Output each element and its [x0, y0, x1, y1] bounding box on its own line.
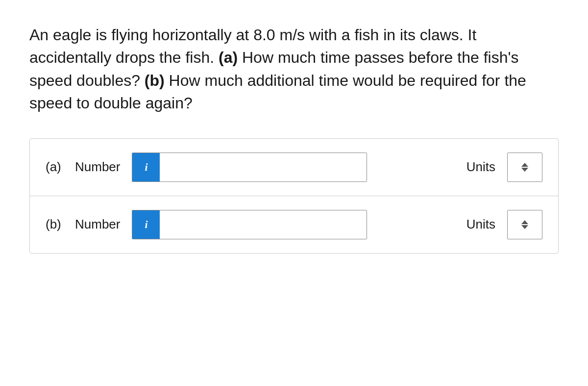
row-label-b: (b) — [46, 217, 75, 232]
info-icon-b: i — [145, 218, 147, 231]
question-text: An eagle is flying horizontally at 8.0 m… — [29, 24, 559, 115]
units-select-wrapper-a[interactable]: -- s m/s m — [507, 153, 542, 182]
units-select-wrapper-b[interactable]: -- s m/s m — [507, 210, 542, 239]
answer-row-a: (a) Number i Units -- s m/s m — [30, 139, 558, 196]
number-input-a[interactable] — [160, 153, 367, 181]
info-button-b[interactable]: i — [132, 210, 160, 239]
answer-row-b: (b) Number i Units -- s m/s m — [30, 196, 558, 253]
input-group-a: i — [132, 153, 367, 182]
row-label-a: (a) — [46, 159, 75, 175]
number-label-b: Number — [75, 217, 120, 232]
info-button-a[interactable]: i — [132, 153, 160, 181]
info-icon-a: i — [145, 161, 147, 174]
number-label-a: Number — [75, 159, 120, 175]
units-label-a: Units — [437, 159, 507, 175]
units-label-b: Units — [437, 217, 507, 232]
input-group-b: i — [132, 210, 367, 239]
page-container: An eagle is flying horizontally at 8.0 m… — [29, 24, 559, 254]
answer-rows: (a) Number i Units -- s m/s m — [29, 138, 559, 254]
number-input-b[interactable] — [160, 210, 367, 239]
